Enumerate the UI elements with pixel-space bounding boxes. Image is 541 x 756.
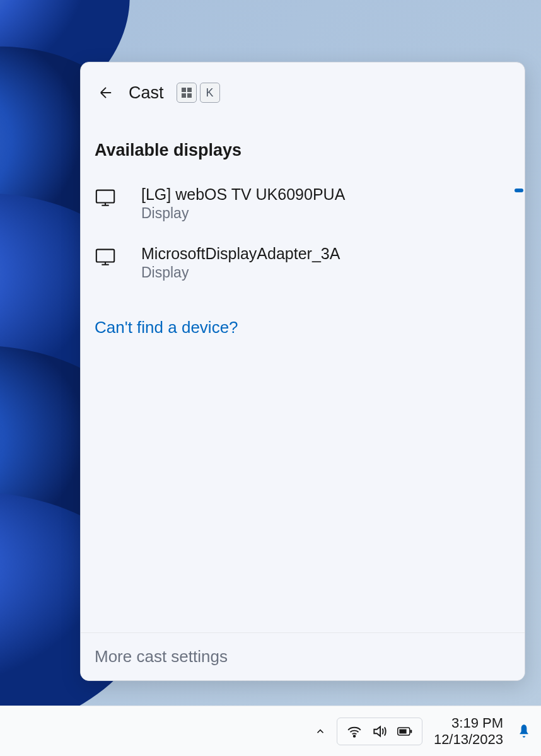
system-tray[interactable] [337,718,422,745]
panel-footer: More cast settings [81,632,525,680]
section-heading: Available displays [95,141,511,160]
taskbar-clock[interactable]: 3:19 PM 12/13/2023 [428,715,509,748]
tray-overflow-button[interactable] [309,720,332,743]
keyboard-shortcut: K [177,83,220,103]
device-name: MicrosoftDisplayAdapter_3A [141,245,340,263]
cant-find-device-link[interactable]: Can't find a device? [95,318,238,337]
clock-time: 3:19 PM [451,715,503,731]
cast-panel: Cast K Available displays [LG] webOS TV … [80,62,525,681]
back-button[interactable] [95,81,117,104]
svg-point-7 [354,735,356,737]
device-item-msadapter[interactable]: MicrosoftDisplayAdapter_3A Display [95,237,511,296]
taskbar: 3:19 PM 12/13/2023 [0,706,541,756]
notifications-button[interactable] [515,722,533,741]
more-cast-settings-link[interactable]: More cast settings [95,647,511,666]
svg-rect-9 [399,729,406,733]
panel-title: Cast [129,83,164,103]
svg-rect-10 [410,730,412,733]
display-icon [95,246,116,267]
panel-header: Cast K [81,62,525,115]
battery-icon [397,723,413,740]
windows-key-icon [177,83,197,103]
svg-rect-5 [96,190,114,203]
device-type: Display [141,264,340,281]
panel-content: Available displays [LG] webOS TV UK6090P… [81,115,525,632]
device-item-lg-tv[interactable]: [LG] webOS TV UK6090PUA Display [95,178,511,237]
device-name: [LG] webOS TV UK6090PUA [141,185,345,204]
k-key-badge: K [200,83,220,103]
scanning-indicator [515,189,523,192]
clock-date: 12/13/2023 [434,731,503,748]
display-icon [95,187,116,208]
svg-rect-6 [96,250,114,262]
volume-icon [371,723,388,740]
device-type: Display [141,205,345,222]
wifi-icon [346,723,363,740]
